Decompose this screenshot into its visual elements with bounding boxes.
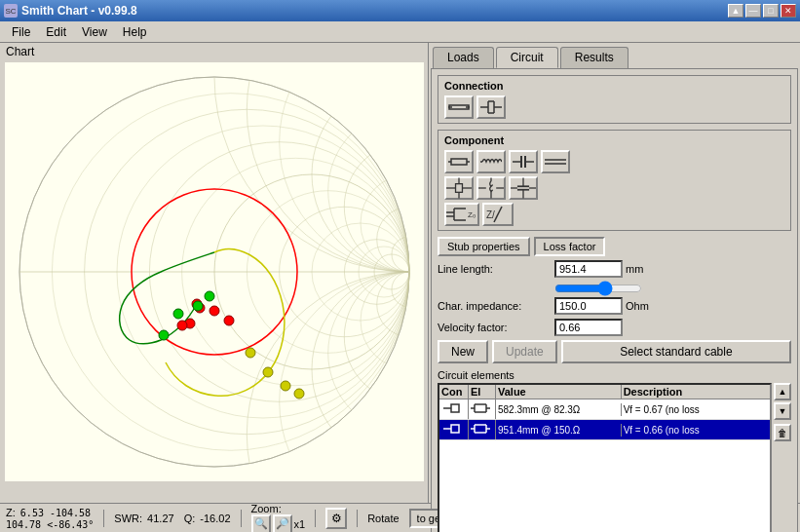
q-value: -16.02	[200, 513, 230, 524]
select-cable-button[interactable]: Select standard cable	[561, 340, 791, 363]
line-length-slider[interactable]	[554, 282, 642, 295]
close-button[interactable]: ✕	[781, 4, 796, 18]
action-row: New Update Select standard cable	[438, 340, 791, 363]
update-button[interactable]: Update	[492, 340, 557, 363]
velocity-factor-input[interactable]	[554, 319, 623, 336]
row1-value: 951.4mm @ 150.Ω	[496, 424, 622, 437]
minimize-button[interactable]: ▲	[728, 4, 743, 18]
char-impedance-row: Char. impedance: Ohm	[438, 297, 791, 315]
menu-edit[interactable]: Edit	[38, 23, 74, 41]
zoom-status: Zoom: 🔍 🔎 x1	[251, 503, 306, 533]
z-status: Z: 6.53 -104.58 104.78 <-86.43°	[6, 507, 94, 530]
stub-properties-btn[interactable]: Stub properties	[438, 237, 530, 256]
row0-value: 582.3mm @ 82.3Ω	[496, 403, 622, 416]
comp-capacitor-btn[interactable]	[509, 150, 538, 173]
restore-button[interactable]: —	[745, 4, 761, 18]
circuit-row-1[interactable]: 951.4mm @ 150.Ω Vf = 0.66 (no loss	[439, 420, 770, 440]
svg-point-43	[159, 330, 169, 340]
z-value: 6.53 -104.58 104.78 <-86.43°	[6, 508, 94, 530]
component-buttons-row1	[444, 150, 784, 173]
svg-point-46	[281, 381, 290, 391]
velocity-factor-row: Velocity factor:	[438, 319, 791, 336]
swr-status: SWR: 41.27	[114, 513, 173, 524]
conn-parallel-btn[interactable]	[476, 95, 506, 119]
comp-open-stub-btn[interactable]: Z₀	[444, 203, 479, 226]
main-layout: Chart	[0, 43, 800, 503]
connection-section: Connection	[438, 75, 791, 124]
col-header-el: El	[469, 385, 496, 399]
smith-chart-svg	[5, 62, 424, 481]
tab-circuit[interactable]: Circuit	[496, 47, 558, 68]
svg-line-89	[494, 207, 502, 222]
circuit-row-0[interactable]: 582.3mm @ 82.3Ω Vf = 0.67 (no loss	[439, 399, 770, 420]
svg-text:Z/: Z/	[486, 209, 495, 220]
comp-inductor-btn[interactable]	[476, 150, 506, 173]
svg-point-47	[294, 389, 304, 399]
smith-chart-container	[5, 62, 424, 481]
svg-point-40	[205, 291, 214, 301]
menu-help[interactable]: Help	[115, 23, 155, 41]
svg-point-42	[173, 309, 183, 319]
table-with-scroll: Con El Value Description	[438, 383, 791, 532]
menu-file[interactable]: File	[4, 23, 38, 41]
comp-shunt-ind-btn[interactable]	[476, 176, 506, 200]
app-icon: SC	[4, 4, 18, 18]
component-section: Component	[438, 130, 791, 231]
tab-results[interactable]: Results	[560, 47, 629, 68]
zoom-value: x1	[294, 518, 306, 530]
window-title: Smith Chart - v0.99.8	[21, 4, 137, 18]
line-length-input[interactable]	[554, 260, 623, 278]
conn-series-btn[interactable]	[444, 95, 474, 119]
menu-view[interactable]: View	[74, 23, 115, 41]
tabs: Loads Circuit Results	[429, 43, 800, 68]
right-panel: Loads Circuit Results Connection Com	[429, 43, 800, 503]
comp-shunt-res-btn[interactable]	[444, 176, 474, 200]
q-label: Q:	[184, 513, 196, 524]
connection-label: Connection	[444, 80, 784, 92]
swr-label: SWR:	[114, 513, 142, 524]
title-bar: SC Smith Chart - v0.99.8 ▲ — □ ✕	[0, 0, 800, 21]
row0-desc: Vf = 0.67 (no loss	[622, 403, 770, 416]
component-buttons-row2	[444, 176, 784, 200]
comp-tline-btn[interactable]	[541, 150, 570, 173]
svg-point-39	[224, 316, 234, 325]
rotate-label: Rotate	[367, 513, 399, 524]
svg-rect-99	[451, 425, 459, 433]
line-length-unit: mm	[626, 263, 643, 275]
settings-button[interactable]: ⚙	[325, 508, 347, 529]
svg-point-41	[193, 301, 203, 311]
line-length-row: Line length: mm	[438, 260, 791, 278]
chart-area: Chart	[0, 43, 429, 503]
zoom-label: Zoom:	[251, 503, 282, 514]
col-header-desc: Description	[622, 385, 770, 399]
loss-factor-btn[interactable]: Loss factor	[534, 237, 606, 256]
new-button[interactable]: New	[438, 340, 488, 363]
comp-shunt-cap-btn[interactable]	[509, 176, 538, 200]
maximize-button[interactable]: □	[763, 4, 779, 18]
row1-el	[469, 420, 496, 439]
circuit-elements-label: Circuit elements	[438, 369, 791, 381]
svg-text:Z₀: Z₀	[468, 210, 476, 219]
comp-resistor-btn[interactable]	[444, 150, 474, 173]
zoom-in-button[interactable]: 🔎	[273, 514, 292, 533]
char-impedance-label: Char. impedance:	[438, 300, 554, 312]
tab-loads[interactable]: Loads	[433, 47, 494, 68]
row-up-button[interactable]: ▲	[774, 383, 791, 400]
title-bar-left: SC Smith Chart - v0.99.8	[4, 4, 137, 18]
zoom-out-button[interactable]: 🔍	[251, 514, 271, 533]
row-down-button[interactable]: ▼	[774, 402, 791, 420]
row-delete-button[interactable]: 🗑	[774, 424, 791, 441]
char-impedance-input[interactable]	[554, 297, 623, 315]
row0-con	[439, 399, 469, 419]
char-impedance-unit: Ohm	[626, 300, 649, 312]
col-header-con: Con	[439, 385, 469, 399]
svg-rect-91	[451, 404, 459, 412]
row0-el	[469, 399, 496, 419]
circuit-panel: Connection Component	[431, 68, 798, 532]
svg-point-44	[246, 348, 255, 358]
chart-label: Chart	[0, 43, 428, 60]
row1-desc: Vf = 0.66 (no loss	[622, 424, 770, 437]
menu-bar: File Edit View Help	[0, 21, 800, 43]
comp-z0-btn[interactable]: Z/	[482, 203, 514, 226]
row1-con	[439, 420, 469, 439]
